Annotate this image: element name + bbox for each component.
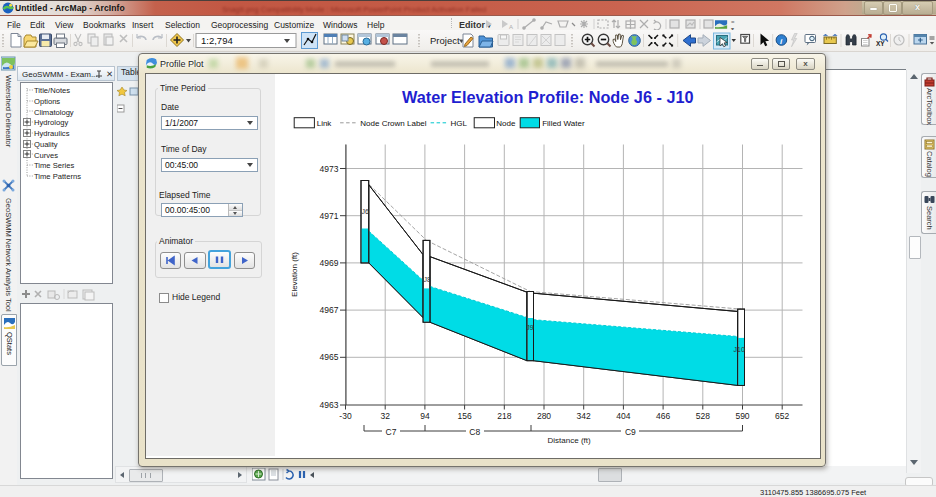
svg-text:Time Patterns: Time Patterns [34, 172, 81, 181]
svg-text:466: 466 [656, 411, 670, 421]
svg-text:J10: J10 [734, 346, 745, 353]
svg-text:Hydraulics: Hydraulics [34, 129, 70, 138]
svg-text:C7: C7 [386, 427, 397, 437]
svg-text:Link: Link [317, 119, 333, 128]
svg-text:Distance (ft): Distance (ft) [548, 436, 591, 445]
svg-text:-30: -30 [339, 411, 352, 421]
svg-text:J6: J6 [362, 208, 370, 215]
svg-text:4967: 4967 [320, 305, 339, 315]
svg-text:528: 528 [696, 411, 710, 421]
svg-text:Project: Project [430, 35, 460, 46]
svg-text:4963: 4963 [320, 400, 339, 410]
svg-text:Options: Options [34, 97, 60, 106]
svg-text:280: 280 [537, 411, 551, 421]
svg-text:Elevation (ft): Elevation (ft) [290, 252, 299, 297]
svg-text:Hydrology: Hydrology [34, 118, 68, 127]
svg-text:218: 218 [497, 411, 511, 421]
svg-text:342: 342 [577, 411, 591, 421]
svg-text:4969: 4969 [320, 258, 339, 268]
svg-text:J9: J9 [526, 324, 534, 331]
svg-text:J8: J8 [424, 276, 432, 283]
svg-text:Water Elevation Profile: Node: Water Elevation Profile: Node J6 - J10 [402, 88, 694, 106]
svg-text:590: 590 [735, 411, 749, 421]
svg-text:HGL: HGL [450, 119, 467, 128]
svg-text:4971: 4971 [320, 211, 339, 221]
svg-text:Node Crown Label: Node Crown Label [360, 119, 426, 128]
svg-text:Quality: Quality [34, 140, 58, 149]
svg-text:32: 32 [380, 411, 390, 421]
svg-text:4965: 4965 [320, 352, 339, 362]
svg-text:94: 94 [420, 411, 430, 421]
svg-text:Climatology: Climatology [34, 108, 74, 117]
svg-text:404: 404 [616, 411, 630, 421]
svg-text:Curves: Curves [34, 151, 58, 160]
svg-text:Node: Node [496, 119, 516, 128]
svg-text:C9: C9 [625, 427, 636, 437]
svg-text:156: 156 [458, 411, 472, 421]
svg-text:Filled Water: Filled Water [542, 119, 585, 128]
svg-text:C8: C8 [469, 427, 480, 437]
svg-text:4973: 4973 [320, 164, 339, 174]
svg-text:1:2,794: 1:2,794 [201, 35, 233, 46]
svg-text:Time Series: Time Series [34, 161, 74, 170]
svg-text:652: 652 [775, 411, 789, 421]
svg-text:Title/Notes: Title/Notes [34, 86, 70, 95]
